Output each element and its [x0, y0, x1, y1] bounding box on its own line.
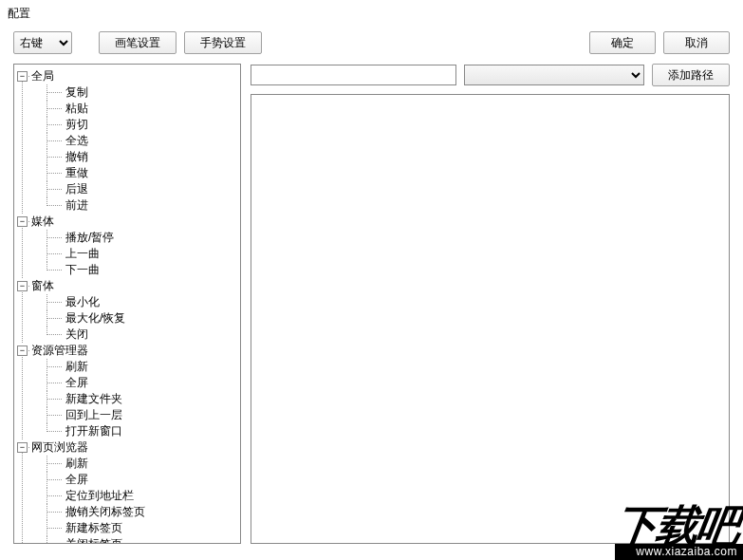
collapse-icon[interactable]: [17, 345, 28, 356]
tree-item-label[interactable]: 粘贴: [65, 102, 88, 115]
path-row: 添加路径: [251, 64, 730, 86]
tree-group-label[interactable]: 网页浏览器: [31, 440, 88, 454]
tree-item[interactable]: 回到上一层: [41, 407, 238, 423]
tree-item[interactable]: 下一曲: [41, 262, 238, 278]
tree-group[interactable]: 网页浏览器刷新全屏定位到地址栏撤销关闭标签页新建标签页关闭标签页上一标签页下一标…: [16, 439, 238, 544]
collapse-icon[interactable]: [17, 216, 28, 227]
tree-item[interactable]: 播放/暂停: [41, 230, 238, 246]
tree-item[interactable]: 最大化/恢复: [41, 310, 238, 327]
right-panel: 添加路径: [251, 64, 730, 544]
tree-item-label[interactable]: 回到上一层: [65, 408, 122, 421]
tree-item-label[interactable]: 打开新窗口: [65, 424, 122, 438]
tree-group-label[interactable]: 窗体: [31, 279, 54, 292]
tree-item-label[interactable]: 前进: [65, 198, 88, 212]
window-title: 配置: [0, 0, 743, 28]
tree-item[interactable]: 定位到地址栏: [41, 488, 238, 504]
mouse-button-select[interactable]: 右键: [13, 31, 72, 54]
tree-group[interactable]: 资源管理器刷新全屏新建文件夹回到上一层打开新窗口: [16, 343, 238, 439]
tree-item[interactable]: 全屏: [41, 472, 238, 488]
tree-item[interactable]: 新建文件夹: [41, 391, 238, 407]
tree-item[interactable]: 粘贴: [41, 101, 238, 117]
tree-item[interactable]: 全屏: [41, 375, 238, 391]
tree-item[interactable]: 最小化: [41, 294, 238, 310]
tree-item-label[interactable]: 撤销: [65, 150, 88, 163]
cancel-button[interactable]: 取消: [663, 31, 730, 54]
tree-item-label[interactable]: 定位到地址栏: [65, 489, 134, 502]
tree-item[interactable]: 上一曲: [41, 246, 238, 262]
path-select[interactable]: [464, 65, 644, 85]
toolbar: 右键 画笔设置 手势设置 确定 取消: [0, 28, 743, 64]
tree-item[interactable]: 前进: [41, 197, 238, 214]
tree-item-label[interactable]: 下一曲: [65, 263, 100, 276]
tree-item-label[interactable]: 重做: [65, 166, 88, 179]
tree-item-label[interactable]: 刷新: [65, 457, 88, 470]
tree-panel[interactable]: 全局复制粘贴剪切全选撤销重做后退前进媒体播放/暂停上一曲下一曲窗体最小化最大化/…: [13, 64, 241, 544]
tree-item-label[interactable]: 最小化: [65, 295, 100, 308]
tree-item-label[interactable]: 新建文件夹: [65, 392, 122, 405]
tree-group[interactable]: 全局复制粘贴剪切全选撤销重做后退前进: [16, 68, 238, 214]
tree-item[interactable]: 撤销关闭标签页: [41, 504, 238, 520]
tree-item[interactable]: 刷新: [41, 359, 238, 375]
tree-item[interactable]: 关闭标签页: [41, 536, 238, 544]
tree-item-label[interactable]: 播放/暂停: [65, 231, 114, 244]
tree-group[interactable]: 媒体播放/暂停上一曲下一曲: [16, 214, 238, 278]
tree-item[interactable]: 撤销: [41, 149, 238, 165]
add-path-button[interactable]: 添加路径: [652, 64, 730, 86]
collapse-icon[interactable]: [17, 281, 28, 291]
tree-item-label[interactable]: 关闭标签页: [65, 537, 122, 544]
content-box: [251, 94, 730, 544]
tree-item-label[interactable]: 全屏: [65, 473, 88, 486]
tree-group-label[interactable]: 资源管理器: [31, 344, 88, 357]
tree-group-label[interactable]: 媒体: [31, 215, 54, 228]
tree-item-label[interactable]: 复制: [65, 85, 88, 99]
tree-item-label[interactable]: 刷新: [65, 360, 88, 373]
tree-item-label[interactable]: 全选: [65, 134, 88, 147]
tree-item-label[interactable]: 上一曲: [65, 247, 100, 260]
tree-item[interactable]: 新建标签页: [41, 520, 238, 536]
tree-item-label[interactable]: 后退: [65, 182, 88, 196]
tree-item-label[interactable]: 新建标签页: [65, 521, 122, 534]
tree-group-label[interactable]: 全局: [31, 69, 54, 83]
tree-item[interactable]: 复制: [41, 84, 238, 101]
tree-item[interactable]: 后退: [41, 181, 238, 197]
collapse-icon[interactable]: [17, 442, 28, 453]
tree-item-label[interactable]: 全屏: [65, 376, 88, 389]
tree-item[interactable]: 剪切: [41, 117, 238, 133]
tree-group[interactable]: 窗体最小化最大化/恢复关闭: [16, 278, 238, 343]
ok-button[interactable]: 确定: [589, 31, 656, 54]
path-input[interactable]: [251, 65, 456, 85]
tree-item[interactable]: 全选: [41, 133, 238, 149]
tree-item[interactable]: 刷新: [41, 456, 238, 472]
collapse-icon[interactable]: [17, 71, 28, 82]
pen-settings-button[interactable]: 画笔设置: [99, 31, 176, 54]
tree-item[interactable]: 重做: [41, 165, 238, 181]
tree-item[interactable]: 打开新窗口: [41, 423, 238, 439]
tree-item-label[interactable]: 撤销关闭标签页: [65, 505, 145, 518]
main-area: 全局复制粘贴剪切全选撤销重做后退前进媒体播放/暂停上一曲下一曲窗体最小化最大化/…: [0, 64, 743, 557]
tree-item-label[interactable]: 关闭: [65, 327, 88, 341]
tree-item[interactable]: 关闭: [41, 327, 238, 343]
tree-item-label[interactable]: 最大化/恢复: [65, 311, 125, 325]
tree-item-label[interactable]: 剪切: [65, 118, 88, 131]
gesture-settings-button[interactable]: 手势设置: [184, 31, 262, 54]
